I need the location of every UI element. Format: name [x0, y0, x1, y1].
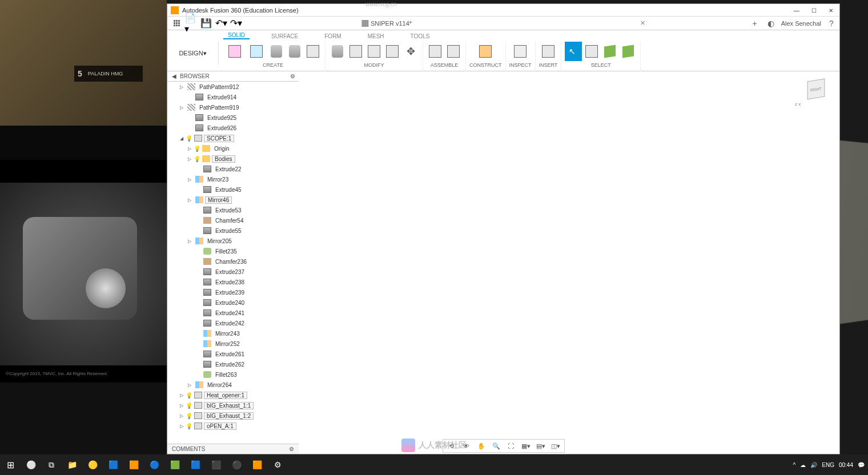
viewport-button[interactable]: ◫▾	[549, 441, 562, 451]
tree-row[interactable]: ▷💡bIG_Exhaust_1:2	[167, 410, 299, 421]
tab-surface[interactable]: SURFACE	[267, 33, 303, 39]
tree-row[interactable]: Extrude242	[167, 318, 299, 328]
grid-button[interactable]: ▤▾	[535, 441, 547, 451]
app-icon-3[interactable]: 🔵	[144, 454, 164, 475]
comments-settings-icon[interactable]: ⚙	[289, 446, 294, 452]
tree-row[interactable]: ▷💡Origin	[167, 143, 299, 154]
app-icon-1[interactable]: 🟦	[103, 454, 123, 475]
revolve-button[interactable]	[286, 42, 303, 61]
tree-row[interactable]: Extrude241	[167, 308, 299, 318]
create-form-button[interactable]	[246, 42, 267, 61]
pan-button[interactable]: ✋	[475, 441, 488, 451]
create-label[interactable]: CREATE	[263, 62, 283, 68]
tree-row[interactable]: ▷Mirror23	[167, 174, 299, 184]
chrome-icon[interactable]: 🟡	[82, 454, 103, 475]
tab-solid[interactable]: SOLID	[223, 32, 250, 39]
construct-label[interactable]: CONSTRUCT	[469, 62, 502, 68]
search-button[interactable]: ⚪	[21, 454, 41, 475]
tree-row[interactable]: Extrude926	[167, 123, 299, 133]
tree-row[interactable]: Extrude53	[167, 205, 299, 215]
tree-row[interactable]: ▷PathPattern912	[167, 82, 299, 92]
inspect-label[interactable]: INSPECT	[509, 62, 532, 68]
tree-row[interactable]: Extrude262	[167, 359, 299, 369]
help-button[interactable]: ?	[826, 18, 837, 29]
paint-select-button[interactable]	[620, 42, 637, 61]
comments-bar[interactable]: COMMENTS ⚙	[167, 444, 299, 454]
explorer-icon[interactable]: 📁	[62, 454, 82, 475]
assemble-label[interactable]: ASSEMBLE	[431, 62, 459, 68]
window-select-button[interactable]	[583, 42, 600, 61]
obs-icon[interactable]: ⚫	[226, 454, 247, 475]
tree-row[interactable]: Chamfer236	[167, 256, 299, 267]
app-icon-2[interactable]: 🟧	[123, 454, 144, 475]
fit-button[interactable]: ⛶	[505, 441, 517, 451]
tree-row[interactable]: ◢💡SCOPE:1	[167, 133, 299, 143]
tab-tools[interactable]: TOOLS	[406, 33, 435, 39]
tree-row[interactable]: ▷💡oPEN_A:1	[167, 421, 299, 431]
joint-button[interactable]	[427, 42, 444, 61]
tree-row[interactable]: ▷PathPattern919	[167, 102, 299, 112]
system-tray[interactable]: ^ ☁ 🔊 ENG 00:44 💬	[793, 462, 868, 468]
file-button[interactable]: 📄▾	[184, 18, 198, 29]
undo-button[interactable]: ↶▾	[214, 18, 228, 29]
display-button[interactable]: ▦▾	[520, 441, 532, 451]
select-label[interactable]: SELECT	[591, 62, 611, 68]
modify-label[interactable]: MODIFY	[364, 62, 384, 68]
notifications-icon[interactable]: 💬	[858, 462, 865, 468]
tree-row[interactable]: Extrude238	[167, 277, 299, 287]
tray-network-icon[interactable]: 🔊	[810, 462, 817, 468]
fusion-taskbar-icon[interactable]: 🟧	[247, 454, 267, 475]
insert-button[interactable]	[540, 42, 557, 61]
redo-button[interactable]: ↷▾	[229, 18, 243, 29]
extrude-button[interactable]	[268, 42, 285, 61]
job-status-icon[interactable]: ◐	[765, 18, 777, 29]
fillet-button[interactable]	[347, 42, 364, 61]
start-button[interactable]: ⊞	[0, 454, 21, 475]
workspace-switcher[interactable]: DESIGN ▾	[167, 42, 219, 65]
user-name[interactable]: Alex Senechal	[781, 20, 821, 27]
hole-button[interactable]	[304, 42, 322, 61]
tree-row[interactable]: Fillet235	[167, 246, 299, 256]
tree-row[interactable]: Extrude914	[167, 92, 299, 102]
new-tab-button[interactable]: +	[749, 18, 761, 29]
as-built-button[interactable]	[445, 42, 462, 61]
tree-row[interactable]: Extrude239	[167, 287, 299, 297]
clock[interactable]: 00:44	[839, 462, 853, 468]
viewcube[interactable]: RIGHT z x	[802, 76, 830, 104]
app-icon-4[interactable]: 🟩	[164, 454, 185, 475]
minimize-button[interactable]: —	[788, 4, 805, 17]
tree-row[interactable]: Extrude55	[167, 226, 299, 236]
tree-row[interactable]: Extrude45	[167, 184, 299, 195]
move-button[interactable]: ✥	[402, 42, 419, 61]
tree-row[interactable]: Extrude261	[167, 349, 299, 359]
tree-row[interactable]: Extrude925	[167, 112, 299, 123]
tree-row[interactable]: ▷💡Bodies	[167, 154, 299, 164]
browser-collapse-icon[interactable]: ◀	[171, 73, 178, 79]
maximize-button[interactable]: ☐	[805, 4, 822, 17]
viewcube-face[interactable]: RIGHT	[807, 79, 825, 100]
title-bar[interactable]: Autodesk Fusion 360 (Education License) …	[167, 4, 839, 17]
zoom-button[interactable]: 🔍	[490, 441, 503, 451]
freeform-select-button[interactable]	[601, 42, 618, 61]
steam-icon[interactable]: ⚙	[267, 454, 288, 475]
close-button[interactable]: ✕	[822, 4, 839, 17]
tray-up-icon[interactable]: ^	[793, 462, 796, 468]
insert-label[interactable]: INSERT	[539, 62, 558, 68]
plane-button[interactable]	[477, 42, 494, 61]
tree-row[interactable]: ▷Mirror264	[167, 380, 299, 390]
tree-row[interactable]: Mirror243	[167, 328, 299, 339]
app-grid-button[interactable]	[170, 18, 183, 29]
tree-row[interactable]: Fillet263	[167, 369, 299, 380]
photoshop-icon[interactable]: 🟦	[185, 454, 206, 475]
browser-settings-icon[interactable]: ⚙	[290, 73, 295, 79]
browser-tree[interactable]: ▷PathPattern912Extrude914▷PathPattern919…	[167, 82, 299, 454]
press-pull-button[interactable]	[329, 42, 346, 61]
tray-onedrive-icon[interactable]: ☁	[800, 462, 806, 468]
model-geometry[interactable]	[270, 65, 868, 453]
tab-close-button[interactable]: ✕	[640, 19, 645, 27]
select-button[interactable]: ↖	[565, 42, 582, 61]
tree-row[interactable]: Chamfer54	[167, 215, 299, 226]
tree-row[interactable]: Extrude237	[167, 267, 299, 277]
shell-button[interactable]	[365, 42, 383, 61]
measure-button[interactable]	[512, 42, 529, 61]
